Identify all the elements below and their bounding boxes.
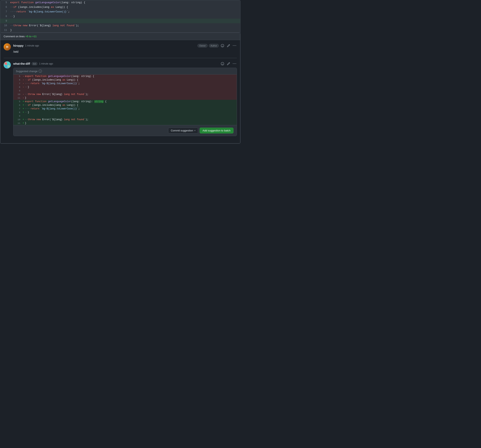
- code-line: 11 }: [0, 28, 240, 32]
- avatar: H: [4, 43, 11, 51]
- diff-line-number: 8: [13, 111, 23, 114]
- line-content: }: [10, 28, 12, 32]
- diff-line-content: ··throw new Error(`${lang} lang not foun…: [25, 118, 88, 121]
- suggested-change-label: Suggested change: [16, 70, 38, 73]
- line-content: ··throw new Error(`${lang} lang not foun…: [10, 24, 79, 27]
- diff-minus: -: [23, 97, 24, 99]
- avatar-initial: H: [6, 45, 8, 48]
- diff-plus: +: [23, 118, 24, 121]
- svg-rect-2: [5, 65, 7, 67]
- suggested-change-box: Suggested change i 5 - export function g…: [13, 68, 237, 136]
- code-line: 8 ··}: [0, 14, 240, 19]
- more-options-button[interactable]: [232, 43, 237, 48]
- comment-meta: hiroppy 1 minute ago Owner Author: [13, 43, 237, 48]
- line-number: 5: [0, 1, 10, 4]
- comment-author-wtd: what-the-diff: [13, 62, 30, 65]
- edit-button[interactable]: [226, 43, 231, 48]
- add-to-batch-button[interactable]: Add suggestion to batch: [200, 128, 234, 134]
- diff-line-content: ····return `bg-${lang.toLowerCase()}`;: [25, 82, 80, 85]
- code-line: 6 ··if (langs.includes(lang as Lang)) {: [0, 5, 240, 9]
- diff-line: 11 - }: [13, 96, 237, 100]
- line-range: +5 to +11: [25, 35, 37, 38]
- diff-line-content: [26, 114, 28, 118]
- diff-minus: -: [23, 86, 24, 89]
- diff-line: 5 + export function getLanguageColor(lan…: [13, 100, 237, 103]
- diff-line-number: 9: [13, 90, 23, 92]
- line-content: ····return `bg-${lang.toLowerCase()}`;: [10, 10, 70, 14]
- comment-section: Comment on lines +5 to +11 H hiroppy 1 m…: [0, 33, 240, 143]
- line-number: 9: [0, 20, 10, 22]
- comment-item-hiroppy: H hiroppy 1 minute ago Owner Author: [4, 43, 237, 54]
- diff-line: 10 + ··throw new Error(`${lang} lang not…: [13, 118, 237, 121]
- diff-line-number: 5: [13, 75, 23, 78]
- comment-item-wtd: what-the-diff bot 1 minute ago: [4, 61, 237, 136]
- comment-actions-wtd: [220, 61, 237, 66]
- diff-line-number: 11: [13, 97, 23, 99]
- commit-suggestion-label: Commit suggestion: [171, 129, 193, 132]
- line-number: 6: [0, 6, 10, 9]
- comment-actions: Owner Author: [197, 43, 237, 48]
- diff-line: 7 + ····return `bg-${lang.toLowerCase()}…: [13, 107, 237, 111]
- edit-button-wtd[interactable]: [226, 61, 231, 66]
- comment-header-text: Comment on lines +5 to +11: [4, 35, 37, 38]
- line-content: [10, 19, 12, 23]
- line-number: 8: [0, 15, 10, 18]
- diff-line-content: [26, 89, 28, 92]
- comment-time-wtd: 1 minute ago: [39, 62, 53, 65]
- diff-line-content: export function getLanguageColor(lang: s…: [25, 100, 106, 103]
- diff-line: 6 + ··if (langs.includes(lang as Lang)) …: [13, 103, 237, 107]
- diff-line-number: 8: [13, 86, 23, 88]
- info-icon: i: [39, 69, 42, 73]
- diff-line-content: }: [25, 96, 26, 100]
- diff-line-content: }: [25, 122, 26, 125]
- avatar-bot: [4, 61, 11, 68]
- diff-line-content: ··}: [25, 111, 29, 114]
- chevron-down-icon: ▾: [194, 129, 195, 132]
- comment-header-bar: Comment on lines +5 to +11: [0, 33, 240, 40]
- more-options-button-wtd[interactable]: [232, 61, 237, 66]
- add-to-batch-label: Add suggestion to batch: [203, 129, 231, 132]
- diff-line: 10 - ··throw new Error(`${lang} lang not…: [13, 93, 237, 96]
- suggested-change-header: Suggested change i: [13, 68, 237, 75]
- diff-line: 9: [13, 89, 237, 93]
- line-content: ··if (langs.includes(lang as Lang)) {: [10, 5, 68, 9]
- owner-badge: Owner: [197, 44, 207, 47]
- comment-body: hiroppy 1 minute ago Owner Author: [13, 43, 237, 54]
- diff-line-content: ··if (langs.includes(lang as Lang)) {: [25, 104, 78, 107]
- diff-minus: -: [23, 79, 24, 81]
- svg-rect-0: [5, 62, 7, 65]
- diff-line-number: 9: [13, 115, 23, 117]
- diff-removed-block: 5 - export function getLanguageColor(lan…: [13, 75, 237, 100]
- comment-thread: H hiroppy 1 minute ago Owner Author: [0, 40, 240, 143]
- emoji-button[interactable]: [220, 43, 225, 48]
- diff-plus: +: [23, 122, 24, 125]
- top-code-block: 5 export function getLanguageColor(lang:…: [0, 0, 240, 33]
- comment-time: 1 minute ago: [25, 44, 39, 47]
- line-number: 10: [0, 24, 10, 27]
- code-line: 10 ··throw new Error(`${lang} lang not f…: [0, 23, 240, 28]
- diff-line-content: ··throw new Error(`${lang} lang not foun…: [25, 93, 88, 96]
- commit-suggestion-button[interactable]: Commit suggestion ▾: [168, 128, 198, 134]
- diff-line-content: ····return `bg-${lang.toLowerCase()}`;: [25, 107, 80, 110]
- diff-line-content: ··}: [25, 86, 29, 89]
- bot-badge: bot: [32, 62, 38, 65]
- diff-line: 5 - export function getLanguageColor(lan…: [13, 75, 237, 78]
- diff-line: 6 - ··if (langs.includes(lang as Lang)) …: [13, 78, 237, 82]
- diff-minus: -: [23, 93, 24, 96]
- diff-line-number: 5: [13, 100, 23, 103]
- line-content: ··}: [10, 15, 15, 18]
- diff-line-number: 10: [13, 93, 23, 96]
- diff-plus: +: [23, 104, 24, 107]
- comment-body-wtd: what-the-diff bot 1 minute ago: [13, 61, 237, 136]
- diff-line: 11 + }: [13, 121, 237, 125]
- diff-line: 8 + ··}: [13, 111, 237, 114]
- author-badge: Author: [209, 44, 219, 47]
- svg-rect-3: [8, 65, 10, 67]
- emoji-button-wtd[interactable]: [220, 61, 225, 66]
- diff-line-number: 11: [13, 122, 23, 124]
- line-number: 7: [0, 10, 10, 13]
- diff-line-number: 7: [13, 82, 23, 85]
- diff-line-number: 6: [13, 79, 23, 81]
- comment-text: /wtd: [13, 50, 237, 54]
- diff-plus: +: [23, 111, 24, 114]
